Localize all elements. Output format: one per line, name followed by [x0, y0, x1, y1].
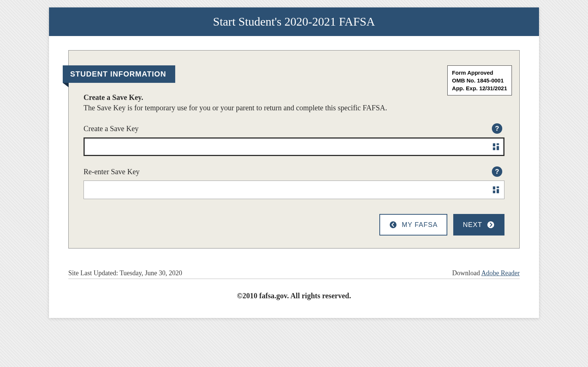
svg-point-8 [390, 221, 396, 228]
page-title: Start Student's 2020-2021 FAFSA [49, 7, 539, 36]
reenter-save-key-label: Re-enter Save Key [84, 168, 140, 176]
adobe-reader-link[interactable]: Adobe Reader [481, 269, 520, 277]
svg-rect-1 [493, 147, 495, 150]
password-manager-icon[interactable] [492, 185, 500, 194]
omb-line-2: OMB No. 1845-0001 [452, 77, 507, 84]
footer-row: Site Last Updated: Tuesday, June 30, 202… [49, 269, 539, 279]
next-button[interactable]: NEXT [453, 214, 504, 236]
svg-rect-0 [493, 143, 495, 146]
section-ribbon: STUDENT INFORMATION [63, 65, 175, 83]
reenter-save-key-group: Re-enter Save Key ? [76, 166, 512, 199]
arrow-right-icon [487, 221, 495, 229]
create-save-key-label: Create a Save Key [84, 124, 138, 133]
button-row: MY FAFSA NEXT [76, 214, 512, 236]
omb-line-3: App. Exp. 12/31/2021 [452, 84, 507, 92]
create-save-key-input[interactable] [84, 137, 504, 156]
password-manager-icon[interactable] [492, 142, 500, 151]
svg-rect-6 [497, 186, 499, 188]
copyright-text: ©2010 fafsa.gov. All rights reserved. [49, 279, 539, 318]
instructions-block: Create a Save Key. The Save Key is for t… [76, 93, 418, 113]
svg-rect-4 [493, 186, 495, 189]
svg-rect-2 [497, 143, 499, 145]
create-save-key-group: Create a Save Key ? [76, 123, 512, 156]
svg-point-9 [487, 221, 494, 228]
content: STUDENT INFORMATION Form Approved OMB No… [49, 36, 539, 260]
page-container: Start Student's 2020-2021 FAFSA STUDENT … [49, 7, 539, 318]
svg-rect-3 [497, 146, 499, 150]
arrow-left-icon [389, 221, 397, 229]
help-icon[interactable]: ? [492, 166, 502, 177]
instructions-heading: Create a Save Key. [84, 93, 410, 102]
help-icon[interactable]: ? [492, 123, 502, 134]
instructions-description: The Save Key is for temporary use for yo… [84, 103, 410, 113]
my-fafsa-label: MY FAFSA [402, 221, 438, 229]
svg-rect-7 [497, 189, 499, 193]
omb-approval-box: Form Approved OMB No. 1845-0001 App. Exp… [447, 65, 512, 95]
omb-line-1: Form Approved [452, 69, 507, 77]
next-label: NEXT [463, 221, 482, 229]
reenter-save-key-input[interactable] [84, 181, 504, 199]
site-last-updated: Site Last Updated: Tuesday, June 30, 202… [68, 269, 182, 277]
form-panel: STUDENT INFORMATION Form Approved OMB No… [68, 50, 520, 249]
my-fafsa-button[interactable]: MY FAFSA [379, 214, 447, 236]
svg-rect-5 [493, 191, 495, 193]
download-text: Download Adobe Reader [452, 269, 520, 277]
